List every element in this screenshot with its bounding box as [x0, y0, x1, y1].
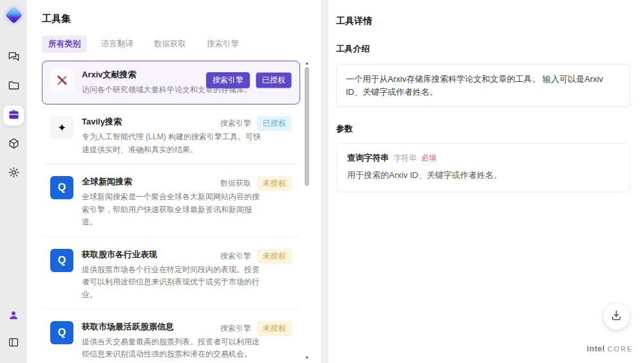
required-flag: 必填 — [421, 153, 437, 164]
tool-badges: 搜索引擎 未授权 — [220, 249, 292, 264]
tool-description: 提供当天交易量最高的股票列表。投资者可以利用这些信息来识别流动性强的股票和潜在的… — [82, 336, 262, 361]
category-badge: 搜索引擎 — [206, 72, 250, 88]
tool-description: 专为人工智能代理 (LLM) 构建的搜索引擎工具。可快速提供实时、准确和真实的结… — [82, 131, 262, 156]
auth-status-badge: 未授权 — [257, 249, 292, 264]
news-search-icon — [50, 176, 73, 199]
tool-card-tavily[interactable]: Tavily搜索 专为人工智能代理 (LLM) 构建的搜索引擎工具。可快速提供实… — [42, 108, 300, 164]
sidebar-item-files[interactable] — [3, 76, 24, 97]
sidebar-item-packages[interactable] — [3, 134, 24, 155]
stock-search-icon — [50, 321, 73, 344]
parameter-description: 用于搜索的Arxiv ID、关键字或作者姓名。 — [347, 170, 619, 181]
stock-search-icon — [50, 249, 73, 272]
brand-core-text: core — [607, 345, 633, 353]
parameter-header: 查询字符串 字符串 必填 — [347, 152, 619, 164]
auth-status-badge: 已授权 — [257, 116, 292, 131]
tool-card-arxiv[interactable]: Arxiv文献搜索 访问各个研究领域大量科学论文和文章的存储库。 搜索引擎 已授… — [42, 61, 300, 104]
list-scrollbar[interactable]: ▲ ▼ — [303, 61, 310, 360]
tool-details-panel: 工具详情 工具介绍 一个用于从Arxiv存储库搜索科学论文和文章的工具。 输入可… — [328, 0, 644, 363]
scroll-down-arrow[interactable]: ▼ — [303, 355, 310, 360]
auth-status-badge: 已授权 — [256, 72, 292, 88]
sidebar-item-user[interactable] — [3, 306, 24, 327]
user-icon — [8, 309, 19, 324]
category-badge: 搜索引擎 — [220, 321, 251, 336]
tool-badges: 搜索引擎 已授权 — [206, 72, 292, 88]
tool-list: Arxiv文献搜索 访问各个研究领域大量科学论文和文章的存储库。 搜索引擎 已授… — [42, 61, 310, 363]
tab-search-engine[interactable]: 搜索引擎 — [200, 35, 245, 53]
page-title: 工具集 — [42, 13, 310, 25]
download-icon — [610, 309, 623, 324]
scroll-up-arrow[interactable]: ▲ — [303, 61, 310, 66]
app-window: 工具集 所有类别 语言翻译 数据获取 搜索引擎 Arxiv文献搜索 访问各个研究… — [0, 0, 644, 363]
params-heading: 参数 — [336, 123, 630, 135]
category-badge: 搜索引擎 — [220, 116, 251, 131]
tool-card-global-news[interactable]: 全球新闻搜索 全球新闻搜索是一个聚合全球各大新闻网站内容的搜索引擎，帮助用户快速… — [42, 168, 300, 237]
sidebar-item-collapse[interactable] — [3, 333, 24, 354]
chat-icon — [8, 50, 20, 65]
brand-intel-text: intel — [587, 344, 605, 353]
tool-intro-text: 一个用于从Arxiv存储库搜索科学论文和文章的工具。 输入可以是Arxiv ID… — [336, 64, 630, 107]
tool-description: 提供股票市场各个行业在特定时间段内的表现。投资者可以利用这些信息来识别表现优于或… — [82, 264, 262, 301]
tool-card-sector-performance[interactable]: 获取股市各行业表现 提供股票市场各个行业在特定时间段内的表现。投资者可以利用这些… — [42, 240, 300, 309]
gear-icon — [8, 166, 20, 181]
download-button[interactable] — [603, 304, 629, 329]
tool-badges: 数据获取 未授权 — [220, 176, 292, 191]
intel-core-logo: intel core — [587, 344, 633, 353]
parameter-card: 查询字符串 字符串 必填 用于搜索的Arxiv ID、关键字或作者姓名。 — [336, 143, 630, 192]
sidebar-nav — [3, 47, 24, 184]
sparkle-icon — [50, 116, 73, 139]
parameter-type: 字符串 — [393, 153, 417, 164]
sidebar-item-settings[interactable] — [3, 163, 24, 184]
scrollbar-thumb[interactable] — [305, 67, 309, 186]
parameter-name: 查询字符串 — [347, 152, 389, 164]
intro-heading: 工具介绍 — [336, 43, 630, 55]
tool-description: 全球新闻搜索是一个聚合全球各大新闻网站内容的搜索引擎，帮助用户快速获取全球最新资… — [82, 191, 262, 228]
auth-status-badge: 未授权 — [257, 176, 292, 191]
sidebar-bottom — [3, 306, 24, 354]
toolbox-icon — [8, 108, 20, 123]
auth-status-badge: 未授权 — [257, 321, 292, 336]
tab-data-retrieval[interactable]: 数据获取 — [147, 35, 193, 53]
tab-language-translation[interactable]: 语言翻译 — [95, 35, 140, 53]
category-badge: 数据获取 — [220, 176, 251, 191]
gem-logo-icon — [5, 6, 23, 24]
sidebar-item-chat[interactable] — [3, 47, 24, 68]
cube-icon — [8, 137, 20, 152]
tab-all-categories[interactable]: 所有类别 — [42, 35, 87, 53]
details-title: 工具详情 — [336, 15, 630, 27]
category-tabs: 所有类别 语言翻译 数据获取 搜索引擎 — [42, 35, 310, 53]
folder-icon — [8, 79, 20, 94]
sidebar — [0, 0, 27, 363]
tool-badges: 搜索引擎 已授权 — [220, 116, 292, 131]
tool-card-most-active-stocks[interactable]: 获取市场最活跃股票信息 提供当天交易量最高的股票列表。投资者可以利用这些信息来识… — [42, 313, 300, 363]
panel-toggle-icon — [8, 337, 19, 351]
arxiv-x-icon — [50, 69, 73, 92]
toolset-panel: 工具集 所有类别 语言翻译 数据获取 搜索引擎 Arxiv文献搜索 访问各个研究… — [27, 0, 321, 363]
sidebar-item-tools[interactable] — [3, 105, 24, 126]
tool-badges: 搜索引擎 未授权 — [220, 321, 292, 336]
category-badge: 搜索引擎 — [220, 249, 251, 264]
